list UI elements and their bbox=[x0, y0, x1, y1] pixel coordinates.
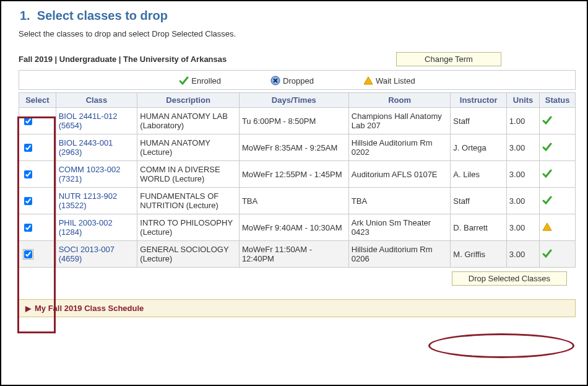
select-checkbox[interactable] bbox=[24, 144, 32, 152]
table-row: BIOL 2443-001 (2963)HUMAN ANATOMY (Lectu… bbox=[19, 134, 576, 161]
cell-description: HUMAN ANATOMY (Lecture) bbox=[137, 134, 240, 161]
cell-room: Ark Union Sm Theater 0423 bbox=[348, 214, 451, 241]
waitlisted-triangle-icon bbox=[363, 76, 373, 86]
cell-units: 3.00 bbox=[506, 161, 539, 188]
cell-description: COMM IN A DIVERSE WORLD (Lecture) bbox=[137, 161, 240, 188]
class-link[interactable]: COMM 1023-002 (7321) bbox=[59, 165, 121, 183]
status-icon bbox=[542, 118, 552, 127]
cell-description: HUMAN ANATOMY LAB (Laboratory) bbox=[137, 108, 240, 134]
cell-days: MoWeFr 9:40AM - 10:30AM bbox=[239, 214, 348, 241]
cell-units: 1.00 bbox=[506, 108, 539, 134]
cell-instructor: M. Griffis bbox=[451, 241, 507, 268]
page-title: 1. Select classes to drop bbox=[20, 9, 576, 23]
cell-days: Tu 6:00PM - 8:50PM bbox=[239, 108, 348, 134]
select-checkbox[interactable] bbox=[24, 170, 32, 178]
legend-bar: Enrolled Dropped Wait Listed bbox=[19, 70, 576, 90]
status-icon bbox=[542, 171, 552, 180]
col-units: Units bbox=[506, 93, 539, 108]
cell-days: MoWeFr 8:35AM - 9:25AM bbox=[239, 134, 348, 161]
term-label: Fall 2019 | Undergraduate | The Universi… bbox=[19, 55, 227, 64]
instruction-text: Select the classes to drop and select Dr… bbox=[19, 29, 576, 38]
col-select: Select bbox=[19, 93, 56, 108]
cell-description: FUNDAMENTALS OF NUTRITION (Lecture) bbox=[137, 188, 240, 214]
col-instructor: Instructor bbox=[451, 93, 507, 108]
cell-days: MoWeFr 12:55PM - 1:45PM bbox=[239, 161, 348, 188]
select-checkbox[interactable] bbox=[24, 224, 32, 232]
table-row: SOCI 2013-007 (4659)GENERAL SOCIOLOGY (L… bbox=[19, 241, 576, 268]
col-description: Description bbox=[137, 93, 240, 108]
cell-instructor: D. Barrett bbox=[451, 214, 507, 241]
class-link[interactable]: PHIL 2003-002 (1284) bbox=[59, 218, 113, 237]
class-table: Select Class Description Days/Times Room… bbox=[19, 92, 576, 268]
cell-status bbox=[540, 188, 576, 214]
class-link[interactable]: BIOL 2441L-012 (5654) bbox=[59, 112, 118, 130]
status-icon bbox=[542, 198, 552, 207]
cell-instructor: Staff bbox=[451, 188, 507, 214]
cell-status bbox=[540, 108, 576, 134]
dropped-x-icon bbox=[270, 76, 280, 86]
annotation-drop-button bbox=[428, 333, 574, 358]
select-checkbox[interactable] bbox=[24, 197, 32, 205]
cell-description: GENERAL SOCIOLOGY (Lecture) bbox=[137, 241, 240, 268]
select-checkbox[interactable] bbox=[24, 250, 32, 258]
col-room: Room bbox=[348, 93, 451, 108]
cell-room: Hillside Auditorium Rm 0206 bbox=[348, 241, 451, 268]
table-row: NUTR 1213-902 (13522)FUNDAMENTALS OF NUT… bbox=[19, 188, 576, 214]
cell-instructor: J. Ortega bbox=[451, 134, 507, 161]
cell-description: INTRO TO PHILOSOPHY (Lecture) bbox=[137, 214, 240, 241]
chevron-right-icon: ▶ bbox=[25, 304, 31, 313]
cell-room: TBA bbox=[348, 188, 451, 214]
select-checkbox[interactable] bbox=[24, 117, 32, 125]
cell-units: 3.00 bbox=[506, 241, 539, 268]
drop-selected-button[interactable]: Drop Selected Classes bbox=[452, 271, 567, 286]
change-term-button[interactable]: Change Term bbox=[396, 52, 501, 66]
cell-room: Champions Hall Anatomy Lab 207 bbox=[348, 108, 451, 134]
col-class: Class bbox=[56, 93, 137, 108]
cell-units: 3.00 bbox=[506, 188, 539, 214]
col-days: Days/Times bbox=[239, 93, 348, 108]
enrolled-check-icon bbox=[179, 76, 189, 86]
legend-dropped-label: Dropped bbox=[283, 76, 314, 86]
legend-waitlisted-label: Wait Listed bbox=[376, 76, 415, 86]
status-icon bbox=[542, 251, 552, 260]
cell-instructor: Staff bbox=[451, 108, 507, 134]
legend-enrolled-label: Enrolled bbox=[191, 76, 221, 86]
class-link[interactable]: SOCI 2013-007 (4659) bbox=[59, 245, 115, 263]
cell-instructor: A. Liles bbox=[451, 161, 507, 188]
cell-units: 3.00 bbox=[506, 214, 539, 241]
class-link[interactable]: BIOL 2443-001 (2963) bbox=[59, 138, 113, 157]
cell-days: MoWeFr 11:50AM - 12:40PM bbox=[239, 241, 348, 268]
col-status: Status bbox=[540, 93, 576, 108]
cell-room: Auditorium AFLS 0107E bbox=[348, 161, 451, 188]
cell-status bbox=[540, 241, 576, 268]
status-icon bbox=[542, 144, 552, 154]
table-row: BIOL 2441L-012 (5654)HUMAN ANATOMY LAB (… bbox=[19, 108, 576, 134]
table-row: PHIL 2003-002 (1284)INTRO TO PHILOSOPHY … bbox=[19, 214, 576, 241]
cell-units: 3.00 bbox=[506, 134, 539, 161]
schedule-accordion-label: My Fall 2019 Class Schedule bbox=[35, 304, 144, 313]
class-link[interactable]: NUTR 1213-902 (13522) bbox=[59, 191, 118, 210]
cell-status bbox=[540, 161, 576, 188]
table-row: COMM 1023-002 (7321)COMM IN A DIVERSE WO… bbox=[19, 161, 576, 188]
cell-days: TBA bbox=[239, 188, 348, 214]
cell-status bbox=[540, 214, 576, 241]
cell-status bbox=[540, 134, 576, 161]
status-icon bbox=[542, 224, 552, 234]
cell-room: Hillside Auditorium Rm 0202 bbox=[348, 134, 451, 161]
schedule-accordion[interactable]: ▶ My Fall 2019 Class Schedule bbox=[19, 299, 576, 317]
